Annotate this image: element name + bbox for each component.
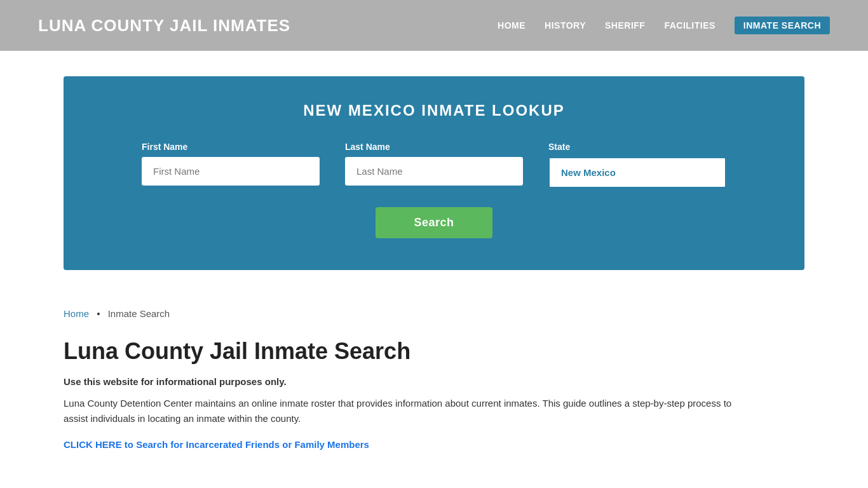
last-name-group: Last Name: [345, 142, 523, 188]
last-name-label: Last Name: [345, 142, 523, 152]
search-panel: NEW MEXICO INMATE LOOKUP First Name Last…: [64, 76, 804, 270]
info-paragraph: Luna County Detention Center maintains a…: [64, 396, 737, 426]
last-name-input[interactable]: [345, 157, 523, 186]
search-btn-row: Search: [114, 207, 754, 238]
state-input[interactable]: [548, 157, 726, 188]
breadcrumb-current: Inmate Search: [108, 308, 170, 319]
breadcrumb: Home • Inmate Search: [0, 295, 868, 325]
search-fields: First Name Last Name State: [114, 142, 754, 188]
info-bold-text: Use this website for informational purpo…: [64, 376, 804, 387]
breadcrumb-separator: •: [97, 308, 100, 319]
first-name-input[interactable]: [142, 157, 320, 186]
page-title: Luna County Jail Inmate Search: [64, 338, 804, 365]
nav-sheriff[interactable]: SHERIFF: [605, 20, 645, 30]
first-name-label: First Name: [142, 142, 320, 152]
first-name-group: First Name: [142, 142, 320, 188]
breadcrumb-home[interactable]: Home: [64, 308, 89, 319]
state-group: State: [548, 142, 726, 188]
nav-home[interactable]: HOME: [498, 20, 526, 30]
state-label: State: [548, 142, 726, 152]
search-panel-heading: NEW MEXICO INMATE LOOKUP: [114, 102, 754, 119]
nav-inmate-search[interactable]: INMATE SEARCH: [735, 17, 830, 34]
main-content: Luna County Jail Inmate Search Use this …: [0, 325, 868, 476]
nav-history[interactable]: HISTORY: [545, 20, 586, 30]
click-here-link[interactable]: CLICK HERE to Search for Incarcerated Fr…: [64, 439, 369, 450]
main-nav: HOME HISTORY SHERIFF FACILITIES INMATE S…: [498, 17, 830, 34]
nav-facilities[interactable]: FACILITIES: [664, 20, 715, 30]
search-button[interactable]: Search: [376, 207, 492, 238]
site-title: LUNA COUNTY JAIL INMATES: [38, 16, 290, 36]
site-header: LUNA COUNTY JAIL INMATES HOME HISTORY SH…: [0, 0, 868, 51]
